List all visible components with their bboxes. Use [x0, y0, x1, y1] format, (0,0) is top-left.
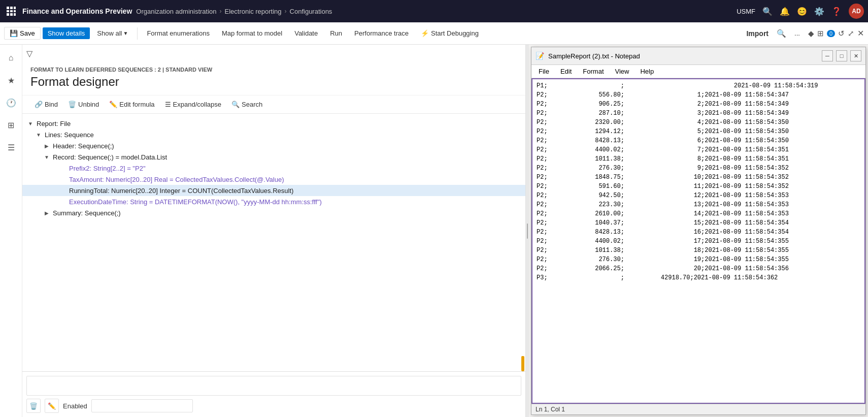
tree-container[interactable]: ▼ Report: File ▼ Lines: Sequence ▶ Heade…	[22, 114, 525, 356]
edit-icon-button[interactable]: ✏️	[45, 399, 59, 413]
menu-edit[interactable]: Edit	[555, 66, 577, 77]
map-format-button[interactable]: Map format to model	[217, 27, 287, 39]
bell-icon[interactable]: 🔔	[780, 7, 790, 16]
search-top-icon[interactable]: 🔍	[762, 7, 773, 16]
validate-button[interactable]: Validate	[289, 27, 323, 39]
sidebar-recent-icon[interactable]: 🕐	[2, 93, 20, 112]
edit-formula-button[interactable]: ✏️ Edit formula	[105, 99, 158, 110]
tree-item-runningtotal[interactable]: RunningTotal: Numeric[20..20] Integer = …	[22, 185, 525, 196]
menu-format[interactable]: Format	[578, 66, 609, 77]
breadcrumb-text: FORMAT TO LEARN DEFERRED SEQUENCES : 2 |…	[30, 67, 212, 73]
avatar[interactable]: AD	[849, 4, 864, 19]
notepad-content[interactable]: P1; ; 2021-08-09 11:58:54:319 P2; 556.80…	[531, 78, 865, 404]
panel-divider[interactable]	[526, 45, 529, 417]
tree-item-summary[interactable]: ▶ Summary: Sequence(;)	[22, 207, 525, 218]
format-designer-panel: ▽ FORMAT TO LEARN DEFERRED SEQUENCES : 2…	[22, 45, 526, 417]
usmf-label: USMF	[737, 8, 755, 15]
edit-icon: ✏️	[48, 402, 56, 410]
divider-handle	[527, 223, 528, 239]
toggle-record[interactable]: ▼	[43, 153, 51, 161]
start-debugging-button[interactable]: ⚡ Start Debugging	[416, 27, 484, 39]
page-title: Format designer	[30, 75, 517, 89]
grid-menu-icon[interactable]	[4, 4, 18, 18]
close-button[interactable]: ✕	[850, 50, 861, 61]
unlink-icon: 🗑️	[68, 101, 76, 108]
tree-item-header[interactable]: ▶ Header: Sequence(;)	[22, 140, 525, 151]
breadcrumb-sep1: ›	[220, 8, 222, 15]
gear-icon[interactable]: ⚙️	[814, 7, 824, 16]
svg-rect-0	[7, 7, 9, 9]
expand-collapse-button[interactable]: ☰ Expand/collapse	[161, 99, 225, 110]
sidebar-grid-icon[interactable]: ⊞	[2, 116, 20, 134]
toggle-summary[interactable]: ▶	[43, 209, 51, 217]
toggle-report[interactable]: ▼	[26, 119, 35, 127]
panel-drag-handle[interactable]	[521, 356, 524, 371]
svg-rect-6	[7, 13, 9, 16]
close-toolbar-icon[interactable]: ✕	[857, 28, 864, 38]
tree-item-record[interactable]: ▼ Record: Sequence(;) = model.Data.List	[22, 151, 525, 163]
tree-item-taxamount[interactable]: TaxAmount: Numeric[20..20] Real = Collec…	[22, 174, 525, 185]
more-button[interactable]: ...	[789, 27, 805, 39]
performance-trace-button[interactable]: Performance trace	[349, 27, 414, 39]
bottom-panel: 🗑️ ✏️ Enabled	[22, 371, 525, 417]
menu-help[interactable]: Help	[635, 66, 659, 77]
svg-rect-1	[10, 7, 13, 9]
diamond-icon[interactable]: ◆	[808, 29, 814, 38]
svg-rect-7	[10, 13, 13, 16]
help-icon[interactable]: ❓	[831, 7, 842, 16]
tree-item-report[interactable]: ▼ Report: File	[22, 118, 525, 129]
toggle-header[interactable]: ▶	[43, 142, 51, 150]
svg-rect-5	[14, 10, 16, 12]
show-details-button[interactable]: Show details	[43, 27, 90, 39]
menu-file[interactable]: File	[533, 66, 554, 77]
filter-area: ▽	[22, 45, 525, 62]
tree-item-executiondatetime[interactable]: ExecutionDateTime: String = DATETIMEFORM…	[22, 196, 525, 207]
format-enumerations-button[interactable]: Format enumerations	[142, 27, 215, 39]
run-button[interactable]: Run	[325, 27, 347, 39]
import-button[interactable]: Import	[741, 27, 774, 40]
app-title: Finance and Operations Preview	[22, 7, 132, 15]
bottom-actions: 🗑️ ✏️ Enabled	[26, 399, 521, 413]
smiley-icon[interactable]: 😊	[797, 7, 807, 16]
delete-icon-button[interactable]: 🗑️	[26, 399, 41, 413]
enabled-input[interactable]	[91, 399, 193, 412]
pencil-icon: ✏️	[109, 101, 117, 108]
expand-icon: ☰	[165, 101, 171, 108]
notepad-title: SampleReport (2).txt - Notepad	[548, 52, 818, 60]
sidebar-star-icon[interactable]: ★	[2, 71, 20, 89]
tree-item-prefix2[interactable]: Prefix2: String[2..2] = "P2"	[22, 163, 525, 174]
save-button[interactable]: 💾 Save	[4, 27, 41, 40]
layout-icon[interactable]: ⊞	[817, 29, 824, 38]
link-icon: 🔗	[35, 101, 43, 108]
maximize-button[interactable]: □	[836, 50, 847, 61]
notepad-titlebar: 📝 SampleReport (2).txt - Notepad ─ □ ✕	[531, 47, 865, 65]
tree-item-lines[interactable]: ▼ Lines: Sequence	[22, 129, 525, 140]
breadcrumb-sep2: ›	[285, 8, 287, 15]
search-toolbar-icon[interactable]: 🔍	[777, 29, 786, 38]
refresh-icon[interactable]: ↺	[838, 29, 845, 38]
notepad-window: 📝 SampleReport (2).txt - Notepad ─ □ ✕ F…	[531, 47, 866, 415]
sidebar-list-icon[interactable]: ☰	[2, 138, 20, 156]
toolbar-separator-1	[137, 27, 138, 40]
formula-textarea[interactable]	[26, 376, 521, 396]
bind-button[interactable]: 🔗 Bind	[30, 99, 62, 110]
menu-view[interactable]: View	[610, 66, 635, 77]
save-icon: 💾	[10, 29, 18, 37]
filter-icon[interactable]: ▽	[26, 49, 32, 58]
toggle-lines[interactable]: ▼	[35, 131, 43, 139]
svg-rect-8	[14, 13, 16, 16]
sidebar-home-icon[interactable]: ⌂	[2, 49, 20, 67]
format-breadcrumb: FORMAT TO LEARN DEFERRED SEQUENCES : 2 |…	[30, 67, 517, 73]
minimize-button[interactable]: ─	[822, 50, 833, 61]
breadcrumb-part2: Electronic reporting	[225, 8, 282, 15]
notepad-statusbar: Ln 1, Col 1	[531, 404, 865, 414]
unbind-button[interactable]: 🗑️ Unbind	[64, 99, 103, 110]
show-all-button[interactable]: Show all ▼	[92, 27, 133, 39]
svg-rect-4	[10, 10, 13, 12]
format-header: FORMAT TO LEARN DEFERRED SEQUENCES : 2 |…	[22, 62, 525, 95]
search-button[interactable]: 🔍 Search	[227, 99, 266, 110]
restore-icon[interactable]: ⤢	[848, 29, 854, 38]
window-controls: ─ □ ✕	[822, 50, 861, 61]
top-bar: Finance and Operations Preview Organizat…	[0, 0, 868, 22]
search-icon: 🔍	[231, 101, 240, 108]
